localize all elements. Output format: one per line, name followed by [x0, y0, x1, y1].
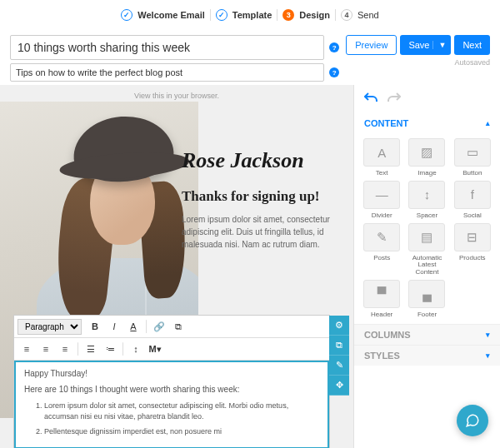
- block-spacer[interactable]: ↕Spacer: [406, 181, 448, 220]
- help-fab[interactable]: [457, 405, 488, 436]
- step-template[interactable]: ✓Template: [211, 9, 277, 21]
- block-header[interactable]: ▀Header: [361, 280, 402, 319]
- posts-icon: ✎: [363, 223, 400, 251]
- email-canvas[interactable]: View this in your browser. Rose Jackson …: [0, 85, 353, 448]
- styles-panel-header[interactable]: STYLES▾: [354, 345, 500, 366]
- wizard-stepper: ✓Welcome Email ✓Template 3Design 4Send: [0, 0, 500, 30]
- block-duplicate-icon[interactable]: ⧉: [329, 336, 349, 356]
- divider-icon: —: [363, 181, 400, 209]
- alc-icon: ▤: [408, 223, 445, 251]
- text-block-editor[interactable]: ⚙ ⧉ ✎ ✥ Paragraph B I A 🔗 ⧉ ≡ ≡ ≡ ☰ ≔: [13, 315, 330, 448]
- button-icon: ▭: [454, 138, 491, 167]
- merge-tag-button[interactable]: M▾: [146, 341, 164, 357]
- step-send[interactable]: 4Send: [336, 9, 384, 21]
- block-footer[interactable]: ▄Footer: [406, 280, 448, 319]
- subject-input[interactable]: [10, 35, 324, 60]
- block-social[interactable]: fSocial: [452, 181, 493, 220]
- preheader-input[interactable]: [10, 63, 324, 82]
- text-icon: A: [363, 138, 400, 167]
- content-panel-header[interactable]: CONTENT▴: [354, 113, 500, 133]
- line-height-button[interactable]: ↕: [127, 341, 145, 357]
- columns-panel-header[interactable]: COLUMNS▾: [354, 324, 500, 345]
- image-icon: ▨: [408, 138, 445, 167]
- next-button[interactable]: Next: [454, 35, 490, 55]
- products-icon: ⊟: [454, 223, 491, 251]
- align-right-button[interactable]: ≡: [56, 341, 74, 357]
- italic-button[interactable]: I: [105, 318, 123, 335]
- block-alc[interactable]: ▤Automatic Latest Content: [406, 223, 448, 276]
- link-button[interactable]: 🔗: [150, 318, 168, 335]
- social-icon: f: [454, 181, 491, 209]
- help-icon[interactable]: ?: [329, 42, 339, 52]
- header-icon: ▀: [363, 280, 400, 308]
- email-body-text: Lorem ipsum dolor sit amet, consectetur …: [182, 213, 348, 251]
- redo-icon[interactable]: [388, 92, 401, 107]
- footer-icon: ▄: [408, 280, 445, 308]
- history-controls: [354, 85, 500, 113]
- list-ul-button[interactable]: ☰: [82, 341, 100, 357]
- font-color-button[interactable]: A: [124, 318, 142, 335]
- caret-down-icon: ▾: [486, 351, 490, 360]
- block-image[interactable]: ▨Image: [406, 138, 448, 177]
- save-button[interactable]: Save▼: [400, 35, 451, 55]
- list-item: Lorem ipsum dolor sit amet, consectetur …: [44, 401, 319, 421]
- code-button[interactable]: ⧉: [169, 318, 188, 335]
- caret-down-icon: ▾: [486, 331, 490, 339]
- block-move-icon[interactable]: ✥: [329, 376, 349, 396]
- editor-body[interactable]: Happy Thursday! Here are 10 things I tho…: [14, 361, 329, 448]
- autosaved-label: Autosaved: [454, 58, 490, 67]
- bold-button[interactable]: B: [86, 318, 104, 335]
- align-left-button[interactable]: ≡: [18, 341, 36, 357]
- block-button[interactable]: ▭Button: [452, 138, 493, 177]
- list-ol-button[interactable]: ≔: [101, 341, 119, 357]
- preview-button[interactable]: Preview: [346, 35, 397, 55]
- block-divider[interactable]: —Divider: [361, 181, 402, 220]
- block-edit-icon[interactable]: ✎: [329, 356, 349, 376]
- block-text[interactable]: AText: [361, 138, 402, 177]
- email-heading: Thanks for signing up!: [182, 188, 348, 205]
- align-center-button[interactable]: ≡: [37, 341, 55, 357]
- chevron-down-icon: ▼: [432, 41, 446, 49]
- undo-icon[interactable]: [364, 92, 378, 107]
- block-settings-icon[interactable]: ⚙: [329, 316, 349, 336]
- block-products[interactable]: ⊟Products: [452, 223, 493, 276]
- step-design[interactable]: 3Design: [278, 9, 335, 21]
- spacer-icon: ↕: [408, 181, 445, 209]
- signature-logo: Rose Jackson: [182, 148, 348, 173]
- paragraph-select[interactable]: Paragraph: [18, 319, 82, 335]
- design-sidebar: CONTENT▴ AText▨Image▭Button—Divider↕Spac…: [353, 85, 500, 448]
- step-welcome[interactable]: ✓Welcome Email: [116, 9, 210, 21]
- list-item: Pellentesque dignissim imperdiet est, no…: [44, 426, 319, 437]
- block-posts[interactable]: ✎Posts: [361, 223, 402, 276]
- caret-up-icon: ▴: [486, 119, 490, 127]
- help-icon[interactable]: ?: [329, 67, 339, 77]
